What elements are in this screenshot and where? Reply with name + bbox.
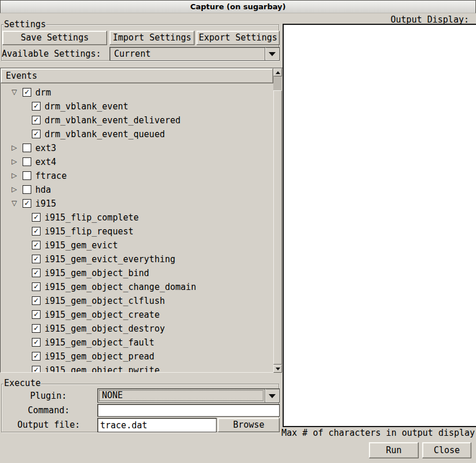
- event-checkbox[interactable]: ✓: [32, 213, 41, 222]
- combo-arrow-zone[interactable]: [265, 47, 279, 60]
- arrow-down-icon: [276, 368, 280, 370]
- event-row[interactable]: ✓i915_gem_evict: [1, 238, 273, 252]
- window-titlebar[interactable]: Capture (on sugarbay): [0, 1, 476, 13]
- event-row[interactable]: ✓i915_flip_complete: [1, 211, 273, 225]
- event-checkbox[interactable]: ✓: [32, 310, 41, 319]
- event-row[interactable]: ✓drm_vblank_event_queued: [1, 127, 273, 141]
- event-row[interactable]: ✓drm_vblank_event_delivered: [1, 113, 273, 127]
- capture-window: { "window": { "title": "Capture (on suga…: [0, 0, 476, 463]
- event-row[interactable]: ✓i915_gem_object_destroy: [1, 322, 273, 336]
- event-label: ext4: [35, 157, 56, 167]
- events-panel: Events ▽✓drm✓drm_vblank_event✓drm_vblank…: [0, 68, 283, 373]
- event-checkbox[interactable]: ✓: [32, 296, 41, 305]
- expander-closed-icon[interactable]: ▷: [12, 171, 17, 179]
- arrow-up-icon: [276, 71, 280, 74]
- expander-open-icon[interactable]: ▽: [12, 199, 17, 207]
- event-row[interactable]: ✓i915_gem_object_pread: [1, 350, 273, 363]
- event-row[interactable]: ▽✓i915: [1, 197, 273, 211]
- event-checkbox[interactable]: ✓: [23, 199, 31, 208]
- event-row[interactable]: ✓i915_gem_object_create: [1, 308, 273, 322]
- events-tree: ▽✓drm✓drm_vblank_event✓drm_vblank_event_…: [1, 83, 273, 372]
- event-label: drm_vblank_event_delivered: [45, 115, 181, 126]
- expander-closed-icon[interactable]: ▷: [12, 185, 17, 193]
- event-checkbox[interactable]: ✓: [32, 352, 41, 361]
- import-settings-button[interactable]: Import Settings: [109, 31, 195, 45]
- event-label: i915_gem_evict_everything: [45, 254, 175, 264]
- event-checkbox[interactable]: ✓: [32, 366, 41, 372]
- event-label: i915_gem_object_pwrite: [45, 365, 160, 372]
- event-checkbox[interactable]: ✓: [32, 102, 41, 111]
- event-checkbox[interactable]: [23, 171, 31, 180]
- event-row[interactable]: ▽✓drm: [1, 86, 273, 100]
- event-row[interactable]: ✓i915_gem_object_clflush: [1, 294, 273, 308]
- event-row[interactable]: ✓i915_gem_object_fault: [1, 336, 273, 350]
- event-checkbox[interactable]: ✓: [23, 88, 31, 97]
- event-label: drm: [35, 87, 51, 98]
- plugin-combo[interactable]: NONE: [97, 388, 280, 403]
- save-settings-button[interactable]: Save Settings: [2, 31, 107, 45]
- expander-open-icon[interactable]: ▽: [12, 88, 17, 96]
- event-row[interactable]: ▷ftrace: [1, 169, 273, 183]
- event-checkbox[interactable]: ✓: [32, 116, 41, 124]
- event-checkbox[interactable]: ✓: [32, 324, 41, 333]
- focus-indicator: [99, 390, 263, 401]
- export-settings-button[interactable]: Export Settings: [196, 31, 280, 45]
- expander-closed-icon[interactable]: ▷: [12, 157, 17, 166]
- plugin-label: Plugin:: [30, 391, 67, 400]
- event-checkbox[interactable]: ✓: [32, 227, 41, 236]
- chevron-down-icon: [269, 52, 276, 56]
- event-checkbox[interactable]: [23, 157, 31, 166]
- event-row[interactable]: ▷ext4: [1, 155, 273, 169]
- scrollbar-trough[interactable]: [273, 76, 282, 90]
- output-display-area: [283, 24, 476, 427]
- event-row[interactable]: ✓i915_gem_object_pwrite: [1, 363, 273, 372]
- event-checkbox[interactable]: ✓: [32, 269, 41, 277]
- event-label: ext3: [35, 143, 56, 153]
- event-row[interactable]: ▷hda: [1, 183, 273, 197]
- event-label: drm_vblank_event: [45, 101, 129, 112]
- event-label: i915_flip_request: [45, 226, 134, 237]
- events-scrollbar[interactable]: [273, 68, 282, 373]
- close-button[interactable]: Close: [422, 442, 471, 458]
- command-label: Command:: [28, 406, 69, 415]
- scroll-down-button[interactable]: [273, 365, 282, 373]
- event-checkbox[interactable]: ✓: [32, 338, 41, 347]
- output-file-input[interactable]: [97, 418, 217, 432]
- expander-closed-icon[interactable]: ▷: [12, 144, 17, 152]
- available-settings-label: Available Settings:: [2, 49, 101, 58]
- event-checkbox[interactable]: ✓: [32, 241, 41, 249]
- max-chars-label: Max # of characters in output display: [281, 428, 475, 438]
- event-row[interactable]: ✓i915_gem_object_change_domain: [1, 280, 273, 294]
- event-label: hda: [35, 185, 51, 195]
- event-checkbox[interactable]: ✓: [32, 282, 41, 291]
- event-checkbox[interactable]: [23, 185, 31, 194]
- output-file-label: Output file:: [17, 420, 80, 429]
- event-label: i915_gem_object_create: [45, 310, 160, 320]
- scrollbar-thumb[interactable]: [273, 90, 282, 365]
- event-row[interactable]: ✓drm_vblank_event: [1, 100, 273, 113]
- event-label: i915_gem_object_bind: [45, 268, 149, 278]
- combo-arrow-zone[interactable]: [265, 389, 279, 402]
- available-settings-combo[interactable]: Current: [109, 47, 280, 61]
- event-row[interactable]: ▷ext3: [1, 141, 273, 155]
- window-title: Capture (on sugarbay): [190, 2, 285, 11]
- browse-button[interactable]: Browse: [218, 418, 280, 432]
- command-input[interactable]: [97, 404, 280, 417]
- events-column-header[interactable]: Events: [1, 68, 273, 83]
- event-label: i915_gem_object_pread: [45, 351, 155, 362]
- scroll-up-button[interactable]: [273, 68, 282, 76]
- event-checkbox[interactable]: [23, 144, 31, 152]
- run-button[interactable]: Run: [369, 442, 419, 458]
- event-row[interactable]: ✓i915_gem_evict_everything: [1, 252, 273, 266]
- event-label: ftrace: [35, 171, 67, 181]
- event-label: i915_gem_object_fault: [45, 337, 155, 348]
- event-label: i915: [35, 199, 56, 209]
- event-label: i915_gem_object_clflush: [45, 296, 165, 306]
- event-checkbox[interactable]: ✓: [32, 255, 41, 263]
- event-label: drm_vblank_event_queued: [45, 129, 165, 139]
- event-checkbox[interactable]: ✓: [32, 130, 41, 138]
- event-row[interactable]: ✓i915_flip_request: [1, 225, 273, 238]
- event-row[interactable]: ✓i915_gem_object_bind: [1, 266, 273, 280]
- event-label: i915_flip_complete: [45, 212, 139, 223]
- execute-legend: Execute: [3, 379, 41, 388]
